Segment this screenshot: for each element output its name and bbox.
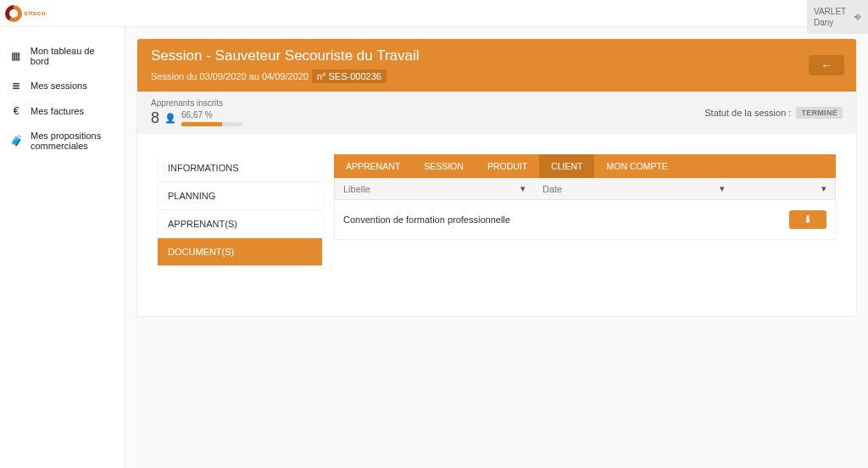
layout: ▦ Mon tableau de bord ≣ Mes sessions € M… [0, 27, 868, 468]
filter-icon[interactable]: ▾ [821, 183, 826, 194]
main: Session - Sauveteur Secouriste du Travai… [125, 27, 868, 468]
briefcase-icon: 🧳 [10, 135, 22, 147]
page-title: Session - Sauveteur Secouriste du Travai… [151, 47, 843, 64]
enrolled-count: 8 [151, 109, 159, 127]
euro-icon: € [10, 105, 22, 117]
user-menu[interactable]: VARLET Dany ⎆ [807, 0, 868, 34]
sidebar-item-dashboard[interactable]: ▦ Mon tableau de bord [0, 39, 125, 73]
section-tab-planning[interactable]: PLANNING [158, 182, 322, 210]
section-tab-apprenants[interactable]: APPRENANT(S) [158, 210, 322, 238]
topbar: sitsco [0, 0, 868, 27]
download-icon: ⬇ [804, 214, 812, 226]
download-button[interactable]: ⬇ [789, 210, 826, 229]
grid-col-libelle[interactable]: Libelle ▾ [335, 178, 534, 199]
cell-libelle: Convention de formation professionnelle [335, 200, 534, 239]
table-row: Convention de formation professionnelle … [334, 200, 836, 240]
panel-header: Session - Sauveteur Secouriste du Travai… [137, 39, 856, 92]
sidebar-item-invoices[interactable]: € Mes factures [0, 98, 125, 124]
dashboard-icon: ▦ [10, 50, 22, 62]
stats-row: Apprenants inscrits 8 👤 66,67 % Statut [137, 92, 856, 134]
sidebar-item-sessions[interactable]: ≣ Mes sessions [0, 73, 125, 98]
back-button[interactable]: ← [809, 55, 844, 75]
session-status-label: Statut de la session : [704, 108, 791, 118]
logout-icon[interactable]: ⎆ [854, 10, 861, 25]
enrolled-block: Apprenants inscrits 8 👤 66,67 % [151, 98, 242, 127]
enrolled-percent: 66,67 % [181, 110, 242, 120]
enrolled-progress-fill [181, 122, 222, 126]
sidebar-item-label: Mon tableau de bord [31, 46, 114, 66]
session-status: Statut de la session : TERMINÉ [704, 107, 843, 119]
section-tab-label: INFORMATIONS [168, 163, 239, 173]
category-tab-moncompte[interactable]: MON COMPTE [594, 154, 679, 178]
section-tab-label: DOCUMENT(S) [168, 247, 234, 257]
arrow-left-icon: ← [821, 58, 832, 72]
section-tab-label: PLANNING [168, 191, 215, 201]
cell-date [534, 200, 733, 239]
session-reference: n° SES-000236 [312, 70, 387, 83]
brand-logo-mark [5, 5, 22, 22]
sidebar-item-proposals[interactable]: 🧳 Mes propositions commerciales [0, 124, 125, 158]
brand-name: sitsco [24, 9, 46, 17]
sidebar-item-label: Mes sessions [31, 81, 87, 91]
grid-col-date-label: Date [542, 184, 562, 194]
user-names: VARLET Dany [814, 6, 846, 28]
category-tabs: APPRENANT SESSION PRODUIT CLIENT MON COM… [334, 154, 836, 178]
section-tab-label: APPRENANT(S) [168, 219, 237, 229]
sidebar-item-label: Mes propositions commerciales [31, 131, 114, 151]
cell-actions: ⬇ [733, 200, 835, 239]
category-tab-client[interactable]: CLIENT [539, 154, 594, 178]
grid-col-date[interactable]: Date ▾ [534, 178, 733, 199]
enrolled-progress [181, 122, 242, 126]
sidebar: ▦ Mon tableau de bord ≣ Mes sessions € M… [0, 27, 125, 468]
grid-col-actions: ▾ [733, 178, 835, 199]
category-tab-produit[interactable]: PRODUIT [476, 154, 539, 178]
grid-header: Libelle ▾ Date ▾ ▾ [334, 178, 836, 200]
category-tab-apprenant[interactable]: APPRENANT [334, 154, 412, 178]
sidebar-item-label: Mes factures [31, 106, 84, 116]
user-surname: VARLET [814, 6, 846, 17]
filter-icon[interactable]: ▾ [720, 183, 725, 194]
list-icon: ≣ [10, 80, 22, 92]
filter-icon[interactable]: ▾ [520, 183, 526, 194]
enrolled-label: Apprenants inscrits [151, 98, 242, 108]
section-tab-informations[interactable]: INFORMATIONS [158, 154, 322, 182]
panel-subtitle: Session du 03/09/2020 au 04/09/2020 n° S… [151, 70, 843, 83]
status-badge: TERMINÉ [796, 107, 843, 119]
session-panel: Session - Sauveteur Secouriste du Travai… [137, 39, 856, 316]
documents-content: APPRENANT SESSION PRODUIT CLIENT MON COM… [334, 154, 836, 240]
section-tab-documents[interactable]: DOCUMENT(S) [158, 238, 322, 265]
brand-logo[interactable]: sitsco [5, 5, 46, 22]
session-date-range: Session du 03/09/2020 au 04/09/2020 [151, 71, 309, 81]
person-icon: 👤 [164, 113, 176, 124]
category-tab-session[interactable]: SESSION [412, 154, 476, 178]
grid-col-libelle-label: Libelle [343, 184, 370, 194]
user-firstname: Dany [814, 17, 846, 28]
panel-body: INFORMATIONS PLANNING APPRENANT(S) DOCUM… [137, 134, 856, 316]
section-tabs: INFORMATIONS PLANNING APPRENANT(S) DOCUM… [158, 154, 322, 265]
